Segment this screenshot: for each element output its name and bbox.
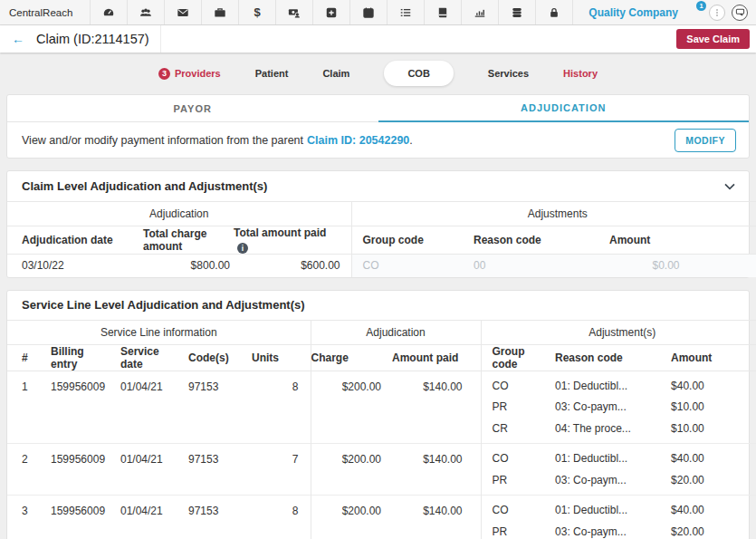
group-code-field: CO bbox=[351, 255, 460, 277]
group-codes: CO PR bbox=[481, 496, 546, 539]
page-title: Claim (ID:2114157) bbox=[36, 32, 149, 46]
reports-icon[interactable] bbox=[462, 0, 499, 24]
col-num: # bbox=[7, 344, 40, 371]
col-group-code: Group code bbox=[481, 344, 546, 371]
save-claim-button[interactable]: Save Claim bbox=[676, 29, 750, 49]
col-units: Units bbox=[252, 344, 311, 371]
dashboard-icon[interactable] bbox=[91, 0, 128, 24]
parent-claim-link[interactable]: Claim ID: 20542290 bbox=[307, 134, 409, 147]
col-reason-code: Reason code bbox=[460, 226, 609, 255]
table-row: 2 159956009 01/04/21 97153 7 $200.00 $14… bbox=[7, 444, 756, 496]
amount-paid: $140.00 bbox=[392, 444, 481, 496]
group-header-adjudication: Adjudication bbox=[7, 202, 351, 226]
title-block: ← Claim (ID:2114157) bbox=[0, 25, 161, 53]
notes-icon[interactable] bbox=[425, 0, 462, 24]
col-amount: Amount bbox=[609, 226, 756, 255]
charge: $200.00 bbox=[311, 496, 392, 539]
tab-providers-label: Providers bbox=[175, 68, 221, 79]
providers-count-badge: 3 bbox=[158, 68, 170, 80]
tab-claim[interactable]: Claim bbox=[322, 68, 349, 79]
contacts-icon[interactable] bbox=[128, 0, 165, 24]
charge: $200.00 bbox=[311, 371, 392, 444]
info-icon[interactable]: i bbox=[237, 243, 248, 254]
parent-claim-info-bar: View and/or modify payment information f… bbox=[7, 122, 749, 158]
table-row: 1 159956009 01/04/21 97153 8 $200.00 $14… bbox=[7, 371, 756, 444]
notification-badge: 1 bbox=[696, 1, 706, 11]
back-arrow-icon[interactable]: ← bbox=[12, 32, 24, 46]
tab-services[interactable]: Services bbox=[488, 68, 529, 79]
briefcase-icon[interactable] bbox=[202, 0, 239, 24]
service-line-title: Service Line Level Adjudication and Adju… bbox=[22, 298, 305, 312]
tab-providers[interactable]: 3 Providers bbox=[158, 68, 221, 80]
tab-patient[interactable]: Patient bbox=[255, 68, 289, 79]
codes: 97153 bbox=[179, 496, 252, 539]
collapse-chevron-icon[interactable] bbox=[724, 183, 735, 190]
service-line-table: Service Line information Adjudication Ad… bbox=[7, 320, 756, 539]
tab-cob[interactable]: COB bbox=[384, 61, 453, 86]
add-icon[interactable] bbox=[313, 0, 350, 24]
data-icon[interactable] bbox=[499, 0, 536, 24]
group-header-adjustments: Adjustment(s) bbox=[481, 320, 756, 344]
info-text: View and/or modify payment information f… bbox=[22, 134, 303, 147]
service-line-header: Service Line Level Adjudication and Adju… bbox=[7, 291, 749, 320]
units: 7 bbox=[252, 444, 311, 496]
messages-icon[interactable] bbox=[165, 0, 202, 24]
units: 8 bbox=[252, 371, 311, 444]
payments-icon[interactable] bbox=[276, 0, 313, 24]
col-codes: Code(s) bbox=[179, 344, 252, 371]
amount-paid: $140.00 bbox=[392, 371, 481, 444]
col-group-code: Group code bbox=[351, 226, 460, 255]
company-selector[interactable]: Quality Company bbox=[589, 6, 678, 19]
cob-card: PAYOR ADJUDICATION View and/or modify pa… bbox=[6, 94, 750, 159]
total-charge-value: $800.00 bbox=[143, 255, 234, 277]
adjudication-date-value: 03/10/22 bbox=[7, 255, 143, 277]
billing-entry: 159956009 bbox=[40, 444, 110, 496]
line-num: 3 bbox=[7, 496, 40, 539]
amount-paid: $140.00 bbox=[392, 496, 481, 539]
reason-codes: 01: Deductibl... 03: Co-paym... 04: The … bbox=[546, 371, 641, 444]
group-codes: CO PR CR bbox=[481, 371, 546, 444]
col-total-charge: Total charge amount bbox=[143, 226, 234, 255]
claim-level-card: Claim Level Adjudication and Adjustment(… bbox=[6, 170, 750, 278]
total-paid-value: $600.00 bbox=[234, 255, 351, 277]
subtab-adjudication[interactable]: ADJUDICATION bbox=[378, 95, 750, 122]
top-navbar: CentralReach $ Quality Company bbox=[0, 0, 756, 25]
service-line-card: Service Line Level Adjudication and Adju… bbox=[6, 290, 750, 539]
claim-level-header: Claim Level Adjudication and Adjustment(… bbox=[7, 171, 749, 201]
group-header-adjudication: Adjudication bbox=[311, 320, 481, 344]
col-reason-code: Reason code bbox=[546, 344, 641, 371]
claim-level-row: 03/10/22 $800.00 $600.00 CO 00 $0.00 bbox=[7, 255, 756, 277]
group-header-service-info: Service Line information bbox=[7, 320, 311, 344]
col-amount: Amount bbox=[641, 344, 756, 371]
line-num: 2 bbox=[7, 444, 40, 496]
chat-icon[interactable] bbox=[732, 5, 748, 21]
charge: $200.00 bbox=[311, 444, 392, 496]
billing-entry: 159956009 bbox=[40, 371, 110, 444]
centralreach-logo[interactable]: CentralReach bbox=[0, 0, 91, 24]
service-date: 01/04/21 bbox=[110, 371, 179, 444]
col-service-date: Service date bbox=[110, 344, 179, 371]
claim-header: ← Claim (ID:2114157) Save Claim bbox=[0, 25, 756, 53]
amount-field: $0.00 bbox=[609, 255, 756, 277]
service-date: 01/04/21 bbox=[110, 444, 179, 496]
calendar-icon[interactable] bbox=[350, 0, 388, 24]
group-codes: CO PR bbox=[481, 444, 546, 496]
avatar[interactable]: 1 bbox=[684, 4, 703, 22]
adjustment-amounts: $40.00 $20.00 bbox=[641, 444, 756, 496]
more-options-icon[interactable] bbox=[709, 5, 725, 21]
tasks-icon[interactable] bbox=[388, 0, 425, 24]
col-billing-entry: Billing entry bbox=[40, 344, 110, 371]
cob-subtabs: PAYOR ADJUDICATION bbox=[7, 95, 749, 122]
dollar-icon[interactable]: $ bbox=[239, 0, 276, 24]
line-num: 1 bbox=[7, 371, 40, 444]
reason-code-field: 00 bbox=[460, 255, 609, 277]
lock-icon[interactable] bbox=[536, 0, 573, 24]
col-adjudication-date: Adjudication date bbox=[7, 226, 143, 255]
reason-codes: 01: Deductibl... 03: Co-paym... bbox=[546, 496, 641, 539]
codes: 97153 bbox=[179, 444, 252, 496]
tab-history[interactable]: History bbox=[563, 68, 598, 79]
adjustment-amounts: $40.00 $10.00 $10.00 bbox=[641, 371, 756, 444]
subtab-payor[interactable]: PAYOR bbox=[7, 95, 378, 122]
modify-button[interactable]: MODIFY bbox=[675, 129, 736, 152]
reason-codes: 01: Deductibl... 03: Co-paym... bbox=[546, 444, 641, 496]
